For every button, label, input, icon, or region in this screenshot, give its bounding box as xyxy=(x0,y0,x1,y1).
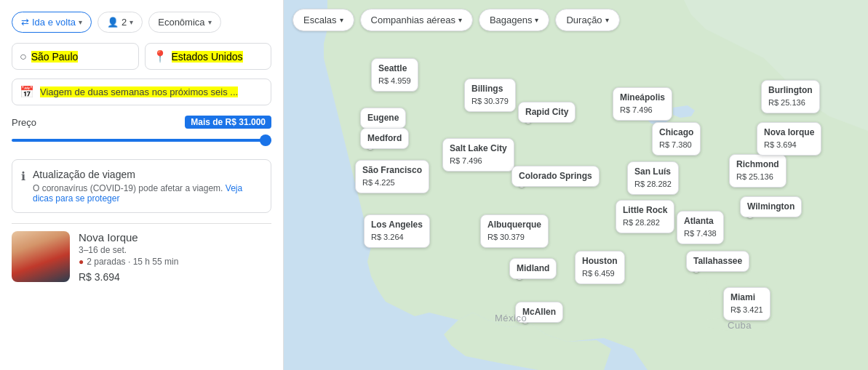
city-label-albuquerque[interactable]: AlbuquerqueR$ 30.379 xyxy=(480,214,549,248)
city-label-medford[interactable]: Medford xyxy=(360,128,409,149)
destination-field[interactable]: 📍 Estados Unidos xyxy=(145,43,272,70)
city-label-chicago[interactable]: ChicagoR$ 7.380 xyxy=(652,122,701,156)
city-name-little-rock: Little Rock xyxy=(623,204,667,217)
city-label-atlanta[interactable]: AtlantaR$ 7.438 xyxy=(677,211,724,244)
city-price-san-luis: R$ 28.282 xyxy=(634,180,672,188)
city-label-richmond[interactable]: RichmondR$ 25.136 xyxy=(729,154,787,188)
city-price-nova-iorque: R$ 3.694 xyxy=(764,140,797,149)
result-stops: ● 2 paradas · 15 h 55 min xyxy=(79,257,271,267)
city-label-houston[interactable]: HoustonR$ 6.459 xyxy=(575,251,625,284)
date-field[interactable]: 📅 Viagem de duas semanas nos próximos se… xyxy=(12,79,271,105)
filter-label: Companhias aéreas xyxy=(371,15,455,25)
update-title: Atualização de viagem xyxy=(33,169,262,180)
price-slider-wrap xyxy=(12,133,271,148)
region-label-mexico: México xyxy=(495,313,527,323)
city-label-burlington[interactable]: BurlingtonR$ 25.136 xyxy=(761,80,820,113)
city-label-rapid-city[interactable]: Rapid City xyxy=(518,102,576,123)
city-name-rapid-city: Rapid City xyxy=(525,106,568,118)
result-price: R$ 3.694 xyxy=(79,271,271,283)
trip-type-label: Ida e volta xyxy=(32,17,76,28)
filter-companhias-aéreas[interactable]: Companhias aéreas ▾ xyxy=(360,9,473,31)
origin-field[interactable]: ○ São Paulo xyxy=(12,43,139,70)
info-icon: ℹ xyxy=(21,169,25,204)
calendar-icon: 📅 xyxy=(20,85,34,99)
city-price-minneapolis: R$ 7.496 xyxy=(620,105,653,114)
slider-thumb[interactable] xyxy=(260,134,271,146)
city-label-little-rock[interactable]: Little RockR$ 28.282 xyxy=(616,200,674,233)
update-card: ℹ Atualização de viagem O coronavírus (C… xyxy=(12,159,271,213)
city-name-salt-lake-city: Salt Lake City xyxy=(450,142,507,155)
update-body: O coronavírus (COVID-19) pode afetar a v… xyxy=(33,183,223,193)
city-name-san-luis: San Luís xyxy=(634,166,672,178)
filter-chevron: ▾ xyxy=(605,16,609,24)
city-price-los-angeles: R$ 3.264 xyxy=(371,233,404,241)
slider-track xyxy=(12,139,271,142)
city-label-nova-iorque[interactable]: Nova IorqueR$ 3.694 xyxy=(757,122,821,156)
city-label-tallahassee[interactable]: Tallahassee xyxy=(686,251,749,272)
city-name-eugene: Eugene xyxy=(367,112,399,124)
city-name-miami: Miami xyxy=(730,291,763,304)
city-price-miami: R$ 3.421 xyxy=(730,305,763,314)
city-price-salt-lake-city: R$ 7.496 xyxy=(450,156,482,165)
passengers-button[interactable]: 👤 2 ▾ xyxy=(97,12,143,33)
filter-bagagens[interactable]: Bagagens ▾ xyxy=(479,9,550,31)
city-name-chicago: Chicago xyxy=(659,126,693,139)
city-image xyxy=(12,231,70,282)
city-label-wilmington[interactable]: Wilmington xyxy=(740,196,802,217)
filter-escalas[interactable]: Escalas ▾ xyxy=(292,9,354,31)
stop-dot-icon: ● xyxy=(79,257,84,267)
price-label: Preço xyxy=(12,117,36,128)
filter-chevron: ▾ xyxy=(340,16,343,24)
city-name-albuquerque: Albuquerque xyxy=(487,219,541,231)
person-icon: 👤 xyxy=(107,17,119,28)
swap-icon: ⇄ xyxy=(21,17,29,28)
city-label-miami[interactable]: MiamiR$ 3.421 xyxy=(723,287,771,321)
trip-type-chevron: ▾ xyxy=(79,18,82,26)
cabin-class-button[interactable]: Econômica ▾ xyxy=(148,12,220,33)
result-card[interactable]: Nova Iorque 3–16 de set. ● 2 paradas · 1… xyxy=(12,223,271,290)
city-name-nova-iorque: Nova Iorque xyxy=(764,126,814,139)
destination-value: Estados Unidos xyxy=(172,51,243,63)
origin-value: São Paulo xyxy=(31,51,79,63)
city-price-houston: R$ 6.459 xyxy=(582,269,615,278)
city-label-minneapolis[interactable]: MineápolisR$ 7.496 xyxy=(613,87,672,121)
date-text: Viagem de duas semanas nos próximos seis… xyxy=(40,87,238,97)
left-panel: ⇄ Ida e volta ▾ 👤 2 ▾ Econômica ▾ ○ São … xyxy=(0,0,284,370)
city-label-billings[interactable]: BillingsR$ 30.379 xyxy=(464,79,516,112)
cabin-class-label: Econômica xyxy=(158,17,204,28)
update-content: Atualização de viagem O coronavírus (COV… xyxy=(33,169,262,204)
city-name-colorado-springs: Colorado Springs xyxy=(519,170,592,182)
city-name-san-francisco: São Francisco xyxy=(362,164,422,177)
city-name-los-angeles: Los Angeles xyxy=(371,219,423,231)
city-price-atlanta: R$ 7.438 xyxy=(684,229,717,238)
city-price-albuquerque: R$ 30.379 xyxy=(487,233,525,241)
city-name-billings: Billings xyxy=(471,83,509,95)
city-label-salt-lake-city[interactable]: Salt Lake CityR$ 7.496 xyxy=(442,138,514,172)
filter-chevron: ▾ xyxy=(458,16,462,24)
city-label-los-angeles[interactable]: Los AngelesR$ 3.264 xyxy=(364,214,430,248)
city-label-midland[interactable]: Midland xyxy=(509,258,557,279)
city-name-seattle: Seattle xyxy=(378,63,411,75)
city-name-medford: Medford xyxy=(367,132,402,145)
filter-duração[interactable]: Duração ▾ xyxy=(555,9,619,31)
city-price-san-francisco: R$ 4.225 xyxy=(362,178,395,187)
result-dates: 3–16 de set. xyxy=(79,245,271,255)
region-label-cuba: Cuba xyxy=(728,320,752,331)
price-badge: Mais de R$ 31.000 xyxy=(185,116,271,129)
update-text: O coronavírus (COVID-19) pode afetar a v… xyxy=(33,183,262,204)
filter-bar: Escalas ▾Companhias aéreas ▾Bagagens ▾Du… xyxy=(292,9,859,31)
city-name-atlanta: Atlanta xyxy=(684,215,717,228)
trip-type-button[interactable]: ⇄ Ida e volta ▾ xyxy=(12,12,92,33)
stops-text: 2 paradas · 15 h 55 min xyxy=(87,257,178,267)
passengers-chevron: ▾ xyxy=(130,18,133,26)
city-label-san-luis[interactable]: San LuísR$ 28.282 xyxy=(627,161,679,195)
city-label-san-francisco[interactable]: São FranciscoR$ 4.225 xyxy=(355,160,429,193)
city-name-houston: Houston xyxy=(582,255,618,268)
map-area[interactable]: Escalas ▾Companhias aéreas ▾Bagagens ▾Du… xyxy=(284,0,868,370)
city-label-eugene[interactable]: Eugene xyxy=(360,108,406,129)
city-name-midland: Midland xyxy=(517,262,549,275)
result-thumbnail xyxy=(12,231,70,282)
city-label-colorado-springs[interactable]: Colorado Springs xyxy=(511,166,600,187)
city-name-tallahassee: Tallahassee xyxy=(693,255,742,268)
city-label-seattle[interactable]: SeattleR$ 4.959 xyxy=(371,58,418,92)
